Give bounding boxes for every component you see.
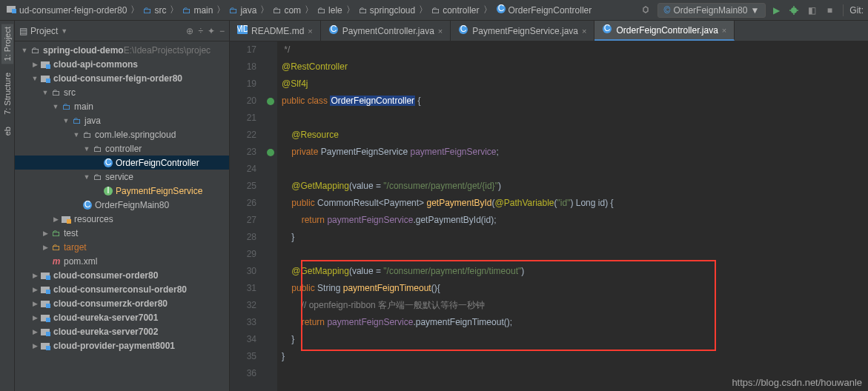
- chevron-down-icon[interactable]: ▼: [61, 27, 67, 35]
- breadcrumb-item[interactable]: 🗀lele: [315, 4, 345, 17]
- project-tree[interactable]: 🗀spring-cloud-demo E:\IdeaProjects\proje…: [15, 41, 229, 391]
- code-line[interactable]: */: [282, 41, 868, 59]
- tree-row[interactable]: 🗀target: [15, 240, 229, 254]
- chevron-right-icon: 〉: [483, 4, 492, 16]
- tree-row[interactable]: 🗀test: [15, 226, 229, 240]
- expand-arrow-icon[interactable]: [50, 215, 61, 223]
- expand-arrow-icon[interactable]: [30, 75, 40, 82]
- tool-window-tab[interactable]: 7: Structure: [1, 70, 13, 118]
- run-config-select[interactable]: © OrderFeignMain80 ▼: [657, 3, 766, 18]
- code-line[interactable]: private PaymentFeignService paymentFeign…: [282, 144, 868, 161]
- debug-button[interactable]: [786, 3, 801, 18]
- module-icon: [40, 285, 52, 294]
- breadcrumb-item[interactable]: 🗀springcloud: [357, 4, 417, 17]
- tree-row[interactable]: 🗀main: [15, 99, 229, 113]
- code-line[interactable]: [282, 110, 868, 127]
- chevron-right-icon: 〉: [170, 4, 179, 16]
- expand-arrow-icon[interactable]: [19, 47, 30, 54]
- editor-tab[interactable]: CPaymentController.java×: [321, 21, 451, 41]
- tree-row[interactable]: 🗀controller: [15, 141, 229, 156]
- breadcrumb-item[interactable]: 🗀com: [271, 4, 303, 17]
- tree-row[interactable]: COrderFeignMain80: [15, 198, 229, 212]
- module-icon: [40, 60, 52, 69]
- expand-arrow-icon[interactable]: [40, 244, 50, 251]
- code-content[interactable]: */@RestController@Slf4jpublic class Orde…: [277, 41, 868, 391]
- tree-row[interactable]: 🗀com.lele.springcloud: [15, 127, 229, 141]
- run-gutter-icon[interactable]: [267, 149, 274, 156]
- code-line[interactable]: @GetMapping(value = "/consumer/payment/g…: [282, 178, 868, 195]
- breadcrumb-item[interactable]: COrderFeignController: [494, 2, 594, 18]
- run-button[interactable]: ▶: [769, 3, 783, 18]
- code-line[interactable]: return paymentFeignService.getPaymentByI…: [282, 212, 868, 229]
- tree-row[interactable]: 🗀java: [15, 113, 229, 127]
- svg-rect-28: [46, 346, 50, 350]
- close-icon[interactable]: ×: [438, 27, 443, 36]
- panel-tool-button[interactable]: −: [219, 26, 225, 36]
- expand-arrow-icon[interactable]: [82, 145, 92, 153]
- tree-row[interactable]: IPaymentFeignService: [15, 184, 229, 198]
- expand-arrow-icon[interactable]: [30, 300, 40, 307]
- expand-arrow-icon[interactable]: [40, 89, 50, 96]
- tree-row[interactable]: 🗀src: [15, 85, 229, 99]
- tree-label: cloud-consumer-feign-order80: [53, 73, 182, 84]
- editor-area: MDREADME.md×CPaymentController.java×CPay…: [230, 21, 868, 391]
- tree-row[interactable]: cloud-consumer-order80: [15, 268, 229, 282]
- code-line[interactable]: public class OrderFeignController {: [282, 93, 868, 110]
- tree-row[interactable]: 🗀spring-cloud-demo E:\IdeaProjects\proje…: [15, 43, 229, 57]
- editor-tab[interactable]: MDREADME.md×: [230, 21, 321, 41]
- tree-row[interactable]: cloud-eureka-server7001: [15, 310, 229, 324]
- run-gutter-icon[interactable]: [267, 98, 274, 105]
- build-icon[interactable]: [640, 3, 655, 18]
- expand-arrow-icon[interactable]: [30, 328, 40, 335]
- code-line[interactable]: public CommonResult<Payment> getPaymentB…: [282, 195, 868, 212]
- tool-window-stripe-left: 1: Project7: Structureeb: [0, 21, 15, 391]
- breadcrumb-item[interactable]: 🗀controller: [429, 4, 481, 17]
- tree-row[interactable]: mpom.xml: [15, 254, 229, 268]
- breadcrumb-item[interactable]: 🗀java: [227, 4, 259, 17]
- tree-row[interactable]: cloud-eureka-server7002: [15, 324, 229, 338]
- code-line[interactable]: @Resource: [282, 127, 868, 144]
- expand-arrow-icon[interactable]: [30, 314, 40, 321]
- tree-row[interactable]: resources: [15, 212, 229, 226]
- source-folder-icon: 🗀: [143, 5, 152, 16]
- code-line[interactable]: }: [282, 229, 868, 246]
- tree-row[interactable]: cloud-consumer-feign-order80: [15, 71, 229, 85]
- panel-tool-button[interactable]: ⊕: [186, 26, 193, 36]
- tree-row[interactable]: 🗀service: [15, 170, 229, 184]
- expand-arrow-icon[interactable]: [30, 272, 40, 279]
- breadcrumb-item[interactable]: ud-consumer-feign-order80: [4, 3, 129, 17]
- breadcrumb-item[interactable]: 🗀src: [141, 4, 168, 17]
- expand-arrow-icon[interactable]: [82, 173, 92, 181]
- tree-row[interactable]: COrderFeignController: [15, 156, 229, 170]
- tree-row[interactable]: cloud-api-commons: [15, 57, 229, 71]
- tree-row[interactable]: cloud-consumerzk-order80: [15, 296, 229, 310]
- panel-tool-button[interactable]: ✦: [208, 26, 215, 36]
- tool-window-tab[interactable]: 1: Project: [1, 24, 13, 64]
- close-icon[interactable]: ×: [308, 27, 312, 36]
- coverage-button[interactable]: ◧: [804, 3, 819, 18]
- expand-arrow-icon[interactable]: [30, 342, 40, 350]
- panel-tool-button[interactable]: ÷: [198, 26, 203, 36]
- expand-arrow-icon[interactable]: [30, 61, 40, 68]
- editor[interactable]: 1718192021222324252627282930313233343536…: [230, 41, 868, 391]
- close-icon[interactable]: ×: [582, 27, 586, 36]
- expand-arrow-icon[interactable]: [40, 230, 50, 237]
- chevron-right-icon: 〉: [419, 4, 428, 16]
- tool-window-tab[interactable]: eb: [1, 124, 13, 138]
- stop-button[interactable]: ■: [822, 3, 837, 18]
- breadcrumb-item[interactable]: 🗀main: [180, 4, 215, 17]
- tree-row[interactable]: cloud-consumerconsul-order80: [15, 282, 229, 296]
- expand-arrow-icon[interactable]: [50, 103, 61, 110]
- tree-row[interactable]: cloud-provider-payment8001: [15, 338, 229, 352]
- code-line[interactable]: @Slf4j: [282, 76, 868, 93]
- close-icon[interactable]: ×: [722, 26, 726, 35]
- test-folder-icon: 🗀: [50, 228, 62, 238]
- svg-text:C: C: [604, 24, 611, 33]
- expand-arrow-icon[interactable]: [30, 286, 40, 293]
- code-line[interactable]: [282, 161, 868, 178]
- editor-tab[interactable]: COrderFeignController.java×: [594, 21, 735, 41]
- editor-tab[interactable]: CPaymentFeignService.java×: [451, 21, 594, 41]
- code-line[interactable]: @RestController: [282, 59, 868, 76]
- expand-arrow-icon[interactable]: [71, 131, 82, 138]
- expand-arrow-icon[interactable]: [61, 117, 71, 124]
